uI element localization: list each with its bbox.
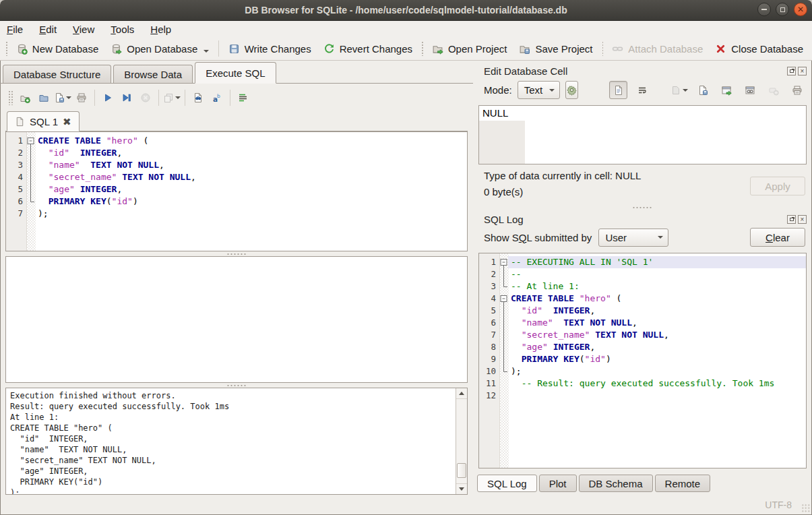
execution-log-pane[interactable]: Execution finished without errors.Result… (5, 388, 468, 495)
encoding-indicator[interactable]: UTF-8 (765, 499, 792, 510)
close-tab-icon[interactable]: ✖ (63, 117, 71, 127)
line-number: 8 (479, 341, 499, 353)
save-sql-file-button[interactable] (53, 89, 72, 107)
sql-log-view[interactable]: 1-- EXECUTING ALL IN 'SQL 1'2--3-- At li… (478, 253, 807, 468)
close-database-button[interactable]: Close Database (709, 40, 809, 57)
menu-tools[interactable]: Tools (111, 24, 134, 35)
mode-settings-button[interactable] (565, 81, 578, 99)
dock-tab-remote[interactable]: Remote (655, 475, 711, 492)
tab-execute-sql[interactable]: Execute SQL (195, 62, 276, 84)
open-database-button[interactable]: Open Database (104, 40, 215, 57)
fold-marker-icon (499, 365, 508, 377)
font-settings-button[interactable]: ba (208, 89, 226, 107)
splitter-handle[interactable] (5, 383, 468, 388)
log-text-line: CREATE TABLE "hero" ( (10, 423, 452, 433)
scrollbar-thumb[interactable] (457, 463, 466, 478)
print-sql-button[interactable] (72, 89, 91, 107)
fold-marker-icon (499, 353, 508, 365)
find-button[interactable] (189, 89, 208, 107)
log-filter-select[interactable]: User (598, 229, 668, 247)
fold-marker-icon (499, 305, 508, 317)
apply-button[interactable]: Apply (750, 177, 805, 195)
import-data-button[interactable] (670, 81, 688, 99)
text-mode-button[interactable] (609, 81, 627, 99)
menu-file[interactable]: File (7, 24, 23, 35)
set-null-button[interactable] (764, 81, 782, 99)
results-grid-pane[interactable] (5, 256, 468, 383)
edit-cell-dock-header: Edit Database Cell × (477, 63, 807, 80)
minimize-button[interactable] (757, 3, 771, 16)
app-window: DB Browser for SQLite - /home/user/code/… (0, 0, 812, 515)
splitter-handle[interactable] (5, 251, 468, 256)
menu-view[interactable]: View (73, 24, 94, 35)
execute-current-line-button[interactable] (117, 89, 136, 107)
execute-all-button[interactable] (98, 89, 117, 107)
resize-grip[interactable] (801, 504, 810, 512)
line-number: 3 (479, 280, 499, 293)
line-number: 10 (479, 365, 499, 377)
open-project-icon (432, 43, 443, 55)
vertical-scrollbar[interactable] (456, 388, 467, 494)
dock-tab-db-schema[interactable]: DB Schema (579, 475, 653, 492)
line-number: 6 (479, 317, 499, 329)
splitter-handle[interactable] (477, 204, 807, 212)
scrollbar-track[interactable] (456, 399, 467, 483)
revert-changes-button[interactable]: Revert Changes (317, 40, 418, 57)
fold-marker-icon[interactable] (499, 293, 508, 305)
fold-marker-icon[interactable] (499, 256, 508, 268)
open-project-button[interactable]: Open Project (426, 40, 513, 57)
maximize-button[interactable] (776, 3, 789, 16)
code-text: "name" TEXT NOT NULL, (508, 317, 806, 329)
write-changes-button[interactable]: Write Changes (222, 40, 317, 57)
log-filter-value: User (605, 232, 627, 243)
log-filter-row: Show SQL submitted by User Clear (477, 228, 807, 253)
line-number: 9 (479, 353, 499, 365)
tab-database-structure[interactable]: Database Structure (3, 65, 111, 83)
mode-select[interactable]: Text (518, 81, 561, 99)
title-bar[interactable]: DB Browser for SQLite - /home/user/code/… (0, 0, 812, 21)
new-sql-tab-button[interactable] (15, 89, 34, 107)
tab-browse-data[interactable]: Browse Data (113, 65, 193, 83)
clear-log-button[interactable]: Clear (750, 228, 805, 247)
close-dock-button[interactable]: × (798, 215, 807, 224)
float-dock-button[interactable] (787, 67, 796, 75)
main-content: Database StructureBrowse DataExecute SQL… (0, 61, 812, 495)
copy-link-button[interactable] (741, 81, 759, 99)
log-text-line: Result: query executed successfully. Too… (10, 401, 452, 412)
format-sql-button[interactable] (234, 89, 253, 107)
dropdown-caret-icon (175, 96, 181, 99)
print-cell-button[interactable] (788, 81, 806, 99)
code-line: 12 (479, 390, 806, 402)
toolbar-handle (8, 90, 13, 105)
sql-doc-tab[interactable]: SQL 1 ✖ (7, 111, 80, 131)
right-pane: Edit Database Cell × Mode: Text (473, 61, 812, 495)
open-sql-file-button[interactable] (34, 89, 53, 107)
new-database-button[interactable]: New Database (10, 40, 104, 57)
scroll-down-button[interactable] (456, 483, 467, 494)
sql-editor[interactable]: 1CREATE TABLE "hero" (2 "id" INTEGER,3 "… (5, 131, 468, 251)
menu-help[interactable]: Help (150, 24, 171, 35)
open-external-button[interactable] (717, 81, 735, 99)
sql-log-title: SQL Log (484, 214, 524, 225)
copy-results-button[interactable] (162, 89, 181, 107)
close-button[interactable]: ✕ (794, 3, 807, 16)
menu-edit[interactable]: Edit (39, 24, 57, 35)
save-project-button[interactable]: Save Project (513, 40, 598, 57)
code-line: 7); (6, 208, 467, 220)
export-data-button[interactable] (693, 81, 712, 99)
line-number: 5 (6, 183, 26, 195)
close-dock-button[interactable]: × (798, 67, 807, 75)
cell-value-editor[interactable]: NULL (478, 105, 807, 164)
stop-execution-button[interactable] (136, 89, 155, 107)
window-controls: ✕ (757, 3, 807, 16)
dock-tab-sql-log[interactable]: SQL Log (477, 475, 537, 492)
scroll-up-button[interactable] (456, 388, 467, 399)
dock-tab-plot[interactable]: Plot (539, 475, 577, 492)
close-database-icon (715, 43, 726, 55)
log-filter-label: Show SQL submitted by (484, 232, 592, 243)
word-wrap-button[interactable] (633, 81, 651, 99)
fold-marker-icon[interactable] (26, 135, 35, 147)
float-dock-button[interactable] (787, 215, 796, 224)
code-line: 6 "name" TEXT NOT NULL, (479, 317, 806, 329)
attach-database-button[interactable]: Attach Database (606, 40, 709, 57)
